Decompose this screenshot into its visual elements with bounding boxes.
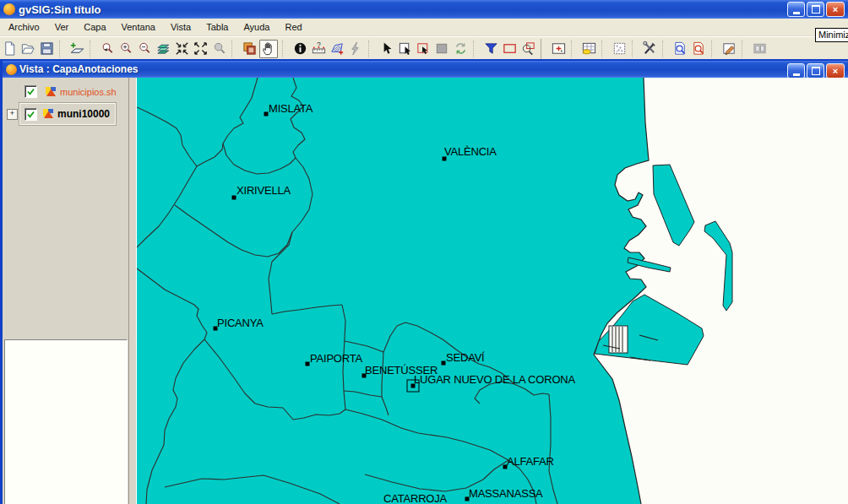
panel-splitter[interactable] [128, 78, 137, 504]
save-icon [39, 41, 55, 57]
select-area-red-button[interactable] [415, 41, 432, 57]
app-titlebar[interactable]: gvSIG:Sin título × [0, 0, 848, 19]
minimize-button[interactable] [787, 2, 805, 17]
app-window-buttons: × [787, 2, 845, 17]
maximize-button[interactable] [807, 2, 824, 17]
zoom-in-button[interactable] [117, 41, 134, 57]
layer-row-muni10000[interactable]: muni10000 [19, 103, 116, 125]
select-gray-icon [434, 41, 450, 57]
view-titlebar[interactable]: Vista : CapaAnotaciones × [3, 59, 848, 78]
refresh-icon [453, 41, 469, 57]
menu-item-archivo[interactable]: Archivo [2, 20, 46, 34]
zoom-select-button[interactable] [99, 41, 116, 57]
center-view-button[interactable] [550, 41, 567, 57]
close-button[interactable]: × [826, 2, 845, 17]
gvsig-logo-icon [3, 3, 15, 15]
zoom-out-icon [137, 41, 153, 57]
layer-checkbox[interactable] [24, 108, 37, 121]
menu-bar: ArchivoVerCapaVentanaVistaTablaAyudaRed [0, 19, 848, 36]
menu-item-ver[interactable]: Ver [48, 20, 76, 34]
measure-area-button[interactable] [329, 41, 345, 57]
layer-name[interactable]: municipios.sh [60, 87, 117, 97]
annotation-label: LUGAR NUEVO DE LA CORONA [414, 373, 575, 386]
menu-item-tabla[interactable]: Tabla [199, 20, 235, 34]
search-blue-button[interactable] [671, 41, 688, 57]
layer-expander-plus[interactable]: + [7, 109, 18, 120]
toolbar-separator [231, 41, 238, 57]
zoom-layers-icon [155, 41, 171, 57]
toolbar-separator [662, 41, 669, 57]
refresh-button[interactable] [452, 41, 469, 57]
layer-checkbox[interactable] [24, 85, 37, 98]
menu-item-capa[interactable]: Capa [77, 20, 112, 34]
flash-icon [348, 41, 364, 57]
zoom-select-icon [100, 41, 116, 57]
info-button[interactable] [291, 41, 308, 57]
pixel-grid-button[interactable] [611, 41, 628, 57]
annotation-marker [306, 362, 310, 366]
menu-item-vista[interactable]: Vista [164, 20, 198, 34]
layer-panel: municipios.sh + muni10000 [3, 78, 128, 504]
center-view-icon [551, 41, 567, 57]
toolbar-separator [571, 41, 578, 57]
search-red-button[interactable] [690, 41, 707, 57]
map-canvas[interactable]: MISLATAVALÈNCIAXIRIVELLAPICANYAPAIPORTAS… [137, 78, 848, 504]
select-pointer-icon [378, 41, 394, 57]
toolbox-button[interactable] [641, 41, 658, 57]
annotation-label: PICANYA [217, 317, 264, 329]
view-window: Vista : CapaAnotaciones × municipios.sh … [0, 59, 848, 504]
layer-name[interactable]: muni10000 [57, 108, 110, 120]
edit-layer-button[interactable] [720, 41, 737, 57]
measure-distance-button[interactable] [310, 41, 327, 57]
search-blue-icon [672, 41, 688, 57]
new-document-icon [2, 41, 18, 57]
toolbar-separator [59, 41, 66, 57]
overview-panel [4, 339, 128, 504]
annotation-marker [264, 112, 269, 117]
select-pointer-button[interactable] [378, 41, 394, 57]
view-window-buttons: × [787, 63, 845, 79]
menu-item-ventana[interactable]: Ventana [115, 20, 162, 34]
menu-item-ayuda[interactable]: Ayuda [236, 20, 276, 34]
app-title: gvSIG:Sin título [19, 3, 101, 16]
zoom-in-icon [118, 41, 134, 57]
open-folder-button[interactable] [19, 41, 36, 57]
layer-row-municipios[interactable]: municipios.sh [24, 85, 117, 98]
frame-manager-button[interactable] [241, 41, 258, 57]
open-folder-icon [20, 41, 36, 57]
toolbar-separator [473, 41, 480, 57]
toolbox-icon [642, 41, 658, 57]
menu-item-red[interactable]: Red [278, 20, 308, 34]
add-layer-button[interactable] [68, 41, 85, 57]
select-rectangle-button[interactable] [396, 41, 413, 57]
select-gray-button [433, 41, 450, 57]
zoom-layers-button[interactable] [155, 41, 171, 57]
annotation-label: PAIPORTA [310, 352, 363, 365]
measure-distance-icon [311, 41, 327, 57]
zoom-selection-button[interactable] [519, 41, 536, 57]
draw-rectangle-button[interactable] [501, 41, 518, 57]
annotation-label: XIRIVELLA [236, 184, 291, 197]
zoom-out-button[interactable] [136, 41, 153, 57]
window-tile-icon [752, 41, 768, 57]
new-document-button[interactable] [1, 41, 18, 57]
view-close-button[interactable]: × [826, 63, 845, 79]
view-maximize-button[interactable] [807, 63, 824, 79]
zoom-collapse-button[interactable] [173, 41, 190, 57]
annotation-marker [442, 361, 446, 366]
view-title: Vista : CapaAnotaciones [19, 63, 138, 75]
annotation-label: MASSANASSA [469, 487, 543, 500]
filter-button[interactable] [482, 41, 499, 57]
search-red-icon [691, 41, 707, 57]
zoom-expand-button[interactable] [192, 41, 209, 57]
annotation-label: SEDAVÍ [446, 351, 485, 364]
annotation-marker [232, 196, 236, 200]
attribute-table-button[interactable] [580, 41, 597, 57]
view-minimize-button[interactable] [787, 63, 805, 79]
zoom-expand-icon [193, 41, 209, 57]
save-button[interactable] [38, 41, 55, 57]
zoom-previous-button[interactable] [210, 41, 227, 57]
layer-theme-icon [42, 108, 55, 120]
annotation-label: MISLATA [269, 102, 313, 115]
pan-hand-button[interactable] [259, 40, 278, 58]
